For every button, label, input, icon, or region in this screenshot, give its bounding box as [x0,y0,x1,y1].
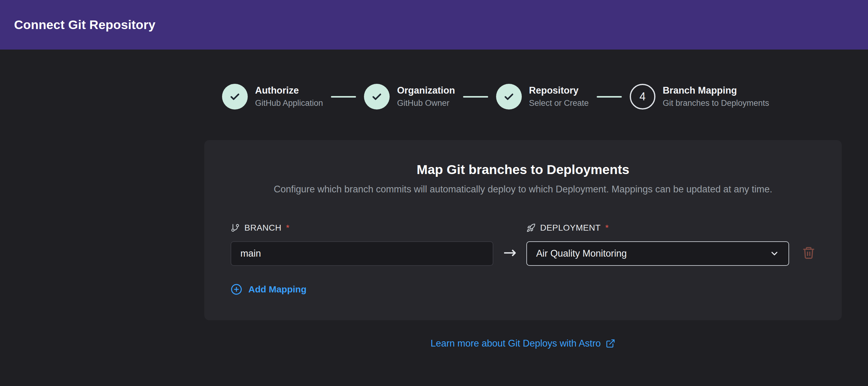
step-subtitle: Select or Create [529,98,589,109]
card-title: Map Git branches to Deployments [230,162,815,177]
add-mapping-label: Add Mapping [248,284,306,295]
mapping-arrow-cell: → [493,243,526,262]
wizard-stepper: Authorize GitHub Application Organizatio… [204,84,842,110]
step-current-circle: 4 [630,84,655,110]
arrow-right-icon: → [503,243,517,262]
dialog-header: Connect Git Repository [0,0,868,50]
step-title: Branch Mapping [663,85,769,97]
step-subtitle: GitHub Application [255,98,323,109]
check-icon [229,91,241,103]
step-connector [597,96,622,97]
step-number: 4 [640,90,646,103]
learn-more-link[interactable]: Learn more about Git Deploys with Astro [431,338,616,349]
step-connector [463,96,488,97]
required-marker: * [286,223,289,233]
delete-mapping-button[interactable] [802,246,815,260]
required-marker: * [605,223,609,233]
footer-row: Learn more about Git Deploys with Astro [204,338,842,349]
deployment-field-group: DEPLOYMENT * Air Quality Monitoring [526,223,789,266]
deployment-select[interactable]: Air Quality Monitoring [526,241,789,266]
step-complete-circle [222,84,248,110]
step-subtitle: GitHub Owner [397,98,455,109]
plus-circle-icon [230,284,242,295]
card-description: Configure which branch commits will auto… [230,184,815,195]
external-link-icon [606,338,615,348]
branch-input[interactable] [230,241,493,266]
branch-label-row: BRANCH * [230,223,493,233]
step-title: Authorize [255,85,323,97]
step-complete-circle [496,84,522,110]
learn-more-label: Learn more about Git Deploys with Astro [431,338,601,349]
step-repository[interactable]: Repository Select or Create [496,84,589,110]
chevron-down-icon [770,249,779,259]
check-icon [371,91,383,103]
deployment-label: DEPLOYMENT [540,223,601,233]
trash-icon [802,246,815,259]
branch-field-group: BRANCH * [230,223,493,266]
step-connector [331,96,356,97]
deployment-label-row: DEPLOYMENT * [526,223,789,233]
git-branch-icon [230,223,240,233]
step-authorize[interactable]: Authorize GitHub Application [222,84,323,110]
check-icon [503,91,515,103]
rocket-icon [526,223,535,233]
step-title: Organization [397,85,455,97]
branch-mapping-card: Map Git branches to Deployments Configur… [204,140,842,320]
step-complete-circle [364,84,390,110]
mapping-row: BRANCH * → DEPLOYMENT * Air Quality Moni… [230,223,815,266]
step-branch-mapping: 4 Branch Mapping Git branches to Deploym… [630,84,769,110]
add-mapping-button[interactable]: Add Mapping [230,284,306,295]
step-subtitle: Git branches to Deployments [663,98,769,109]
content-column: Authorize GitHub Application Organizatio… [204,84,842,349]
branch-label: BRANCH [244,223,281,233]
step-organization[interactable]: Organization GitHub Owner [364,84,455,110]
step-title: Repository [529,85,589,97]
page-title: Connect Git Repository [14,18,155,32]
deployment-selected-value: Air Quality Monitoring [536,248,627,259]
